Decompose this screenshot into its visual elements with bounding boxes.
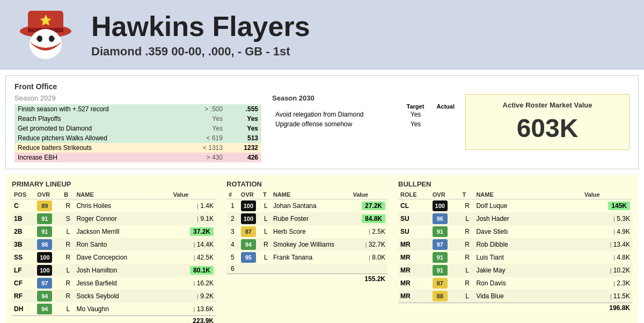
rotation-total-row: 155.2K	[226, 274, 387, 284]
bp-ovr: 91	[430, 264, 460, 277]
th-pos: POS	[12, 190, 35, 199]
fo-target: < 619	[181, 133, 226, 143]
fo-target: Yes	[181, 124, 226, 133]
rot-value: | 2.5K	[350, 225, 387, 238]
rot-hand: L	[261, 199, 271, 213]
rot-hand: L	[261, 225, 271, 238]
fo-title: Front Office	[14, 82, 630, 91]
bp-ovr: 87	[430, 277, 460, 290]
lineup-table: POS OVR B NAME Value C 89 R Chris Hoiles…	[12, 190, 216, 323]
lineup-row: CF 97 R Jesse Barfield | 16.2K	[12, 277, 216, 290]
rot-name: Frank Tanana	[271, 251, 350, 264]
player-name: Roger Connor	[74, 212, 171, 225]
bp-ovr: 100	[430, 199, 460, 213]
fo-actual: 426	[226, 153, 261, 162]
lineup-total-value: 223.9K	[171, 316, 216, 324]
fo-actual: 513	[226, 133, 261, 143]
player-hand: R	[62, 290, 74, 303]
bullpen-total-label	[398, 303, 582, 313]
bp-name: Rob Dibble	[474, 238, 582, 251]
player-value: | 13.6K	[171, 303, 216, 316]
th-t: T	[460, 190, 474, 199]
fo-target: Yes	[181, 114, 226, 124]
bp-role: MR	[398, 251, 430, 264]
rot-value: 27.2K	[350, 199, 387, 213]
bullpen-title: BULLPEN	[398, 180, 632, 188]
bullpen-row: MR 91 R Luis Tiant | 4.8K	[398, 251, 632, 264]
bp-value: | 4.9K	[582, 225, 632, 238]
rot-hand: R	[261, 238, 271, 251]
bp-hand: R	[460, 251, 474, 264]
fo-actual: Yes	[226, 124, 261, 133]
rot-hand: L	[261, 251, 271, 264]
rot-num: 6	[226, 264, 239, 274]
th-name: NAME	[271, 190, 350, 199]
fo-actual	[424, 119, 455, 129]
bullpen-section: BULLPEN ROLE OVR T NAME Value CL 100 R D…	[398, 180, 632, 323]
th-ovr: OVR	[430, 190, 460, 199]
fo-goal: Reduce batters Strikeouts	[14, 143, 181, 153]
rot-ovr: 100	[239, 199, 261, 213]
lineup-row: LF 100 L Josh Hamilton 80.1K	[12, 264, 216, 277]
svg-point-5	[49, 35, 54, 42]
lineup-row: RF 94 R Socks Seybold | 9.2K	[12, 290, 216, 303]
rot-ovr: 100	[239, 212, 261, 225]
fo2030-row: Avoid relegation from Diamond Yes	[272, 110, 455, 119]
player-value: | 9.2K	[171, 290, 216, 303]
rotation-row: 1 100 L Johan Santana 27.2K	[226, 199, 387, 213]
player-value: | 9.1K	[171, 212, 216, 225]
fo2029-row: Reach Playoffs Yes Yes	[14, 114, 261, 124]
player-value: | 1.4K	[171, 199, 216, 213]
player-ovr: 98	[35, 238, 62, 251]
th-num: #	[226, 190, 239, 199]
svg-text:⭐: ⭐	[40, 15, 52, 26]
fo-goal: Upgrade offense somehow	[272, 119, 394, 129]
rot-num: 3	[226, 225, 239, 238]
fo-target: > .500	[181, 104, 226, 114]
bp-name: Ron Davis	[474, 277, 582, 290]
bullpen-table: ROLE OVR T NAME Value CL 100 R Dolf Luqu…	[398, 190, 632, 313]
player-hand: R	[62, 251, 74, 264]
fo-goal: Get promoted to Diamond	[14, 124, 181, 133]
season2030-table: Target Actual Avoid relegation from Diam…	[272, 103, 455, 129]
player-name: Jackson Merrill	[74, 225, 171, 238]
lineup-row: 2B 91 L Jackson Merrill 37.2K	[12, 225, 216, 238]
player-value: 80.1K	[171, 264, 216, 277]
bullpen-row: MR 91 L Jakie May | 10.2K	[398, 264, 632, 277]
bullpen-total-value: 196.8K	[582, 303, 632, 313]
lineup-row: 1B 91 S Roger Connor | 9.1K	[12, 212, 216, 225]
svg-point-3	[30, 29, 62, 59]
rot-name: Herb Score	[271, 225, 350, 238]
market-value-label: Active Roster Market Value	[477, 101, 618, 109]
player-pos: LF	[12, 264, 35, 277]
team-info: Hawkins Flayers Diamond .359 00-00, .000…	[91, 11, 310, 58]
fo-market-value: Active Roster Market Value 603K	[465, 94, 630, 162]
bp-value: | 11.5K	[582, 290, 632, 303]
fo2030-row: Upgrade offense somehow Yes	[272, 119, 455, 129]
th-role: ROLE	[398, 190, 430, 199]
fo-goal: Reduce pitchers Walks Allowed	[14, 133, 181, 143]
bp-value: | 4.8K	[582, 251, 632, 264]
market-value-amount: 603K	[477, 113, 618, 143]
bp-hand: R	[460, 225, 474, 238]
bp-name: Dolf Luque	[474, 199, 582, 213]
rotation-total-label	[226, 274, 350, 284]
fo-actual	[424, 110, 455, 119]
player-hand: R	[62, 277, 74, 290]
lineup-row: DH 94 L Mo Vaughn | 13.6K	[12, 303, 216, 316]
rot-ovr: 95	[239, 251, 261, 264]
player-name: Josh Hamilton	[74, 264, 171, 277]
rotation-title: ROTATION	[226, 180, 387, 188]
rot-ovr: 94	[239, 238, 261, 251]
th-value: Value	[582, 190, 632, 199]
fo-target: Yes	[394, 110, 425, 119]
fo-actual: 1232	[226, 143, 261, 153]
bp-value: | 13.4K	[582, 238, 632, 251]
bp-role: MR	[398, 238, 430, 251]
player-pos: 1B	[12, 212, 35, 225]
bullpen-total-row: 196.8K	[398, 303, 632, 313]
bp-hand: L	[460, 264, 474, 277]
bp-hand: R	[460, 277, 474, 290]
front-office-section: Front Office Season 2029 Finish season w…	[5, 75, 639, 169]
lineup-total-label	[12, 316, 171, 324]
